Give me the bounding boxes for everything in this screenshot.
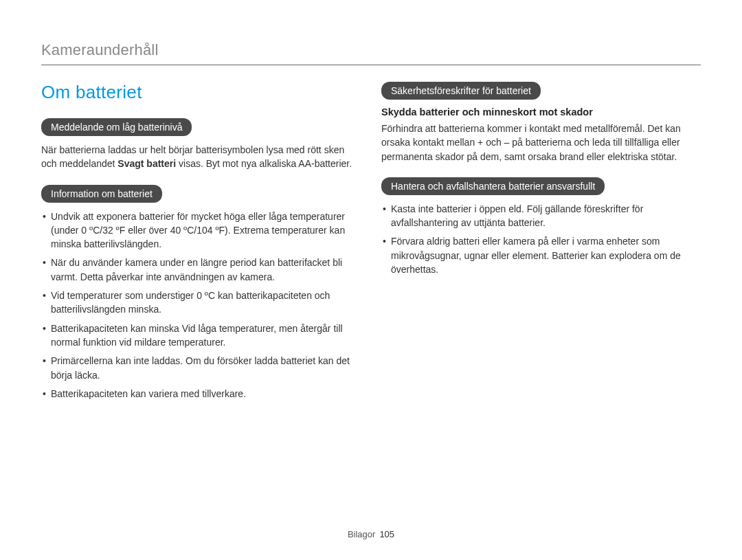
safety-subhead: Skydda batterier och minneskort mot skad…: [381, 107, 701, 117]
page-footer: Bilagor105: [0, 529, 742, 539]
right-column: Säkerhetsföreskrifter för batteriet Skyd…: [381, 82, 701, 413]
chapter-header: Kameraunderhåll: [41, 41, 701, 65]
para-text-bold: Svagt batteri: [117, 158, 176, 169]
chapter-title: Kameraunderhåll: [41, 41, 701, 59]
pill-information: Information om batteriet: [41, 185, 162, 203]
safety-paragraph: Förhindra att batterierna kommer i konta…: [381, 122, 701, 164]
subsection-low-battery: Meddelande om låg batterinivå När batter…: [41, 118, 361, 171]
content-columns: Om batteriet Meddelande om låg batterini…: [41, 82, 701, 413]
list-item: Vid temperaturer som understiger 0 ºC ka…: [41, 289, 361, 317]
footer-label: Bilagor: [348, 529, 375, 539]
list-item: Undvik att exponera batterier för mycket…: [41, 210, 361, 251]
subsection-battery-info: Information om batteriet Undvik att expo…: [41, 185, 361, 401]
section-title: Om batteriet: [41, 82, 361, 103]
list-item: Primärcellerna kan inte laddas. Om du fö…: [41, 354, 361, 382]
low-battery-paragraph: När batterierna laddas ur helt börjar ba…: [41, 143, 361, 171]
subsection-disposal: Hantera och avfallshantera batterier ans…: [381, 177, 701, 276]
left-column: Om batteriet Meddelande om låg batterini…: [41, 82, 361, 413]
para-text-post: visas. Byt mot nya alkaliska AA-batterie…: [176, 158, 352, 169]
battery-info-list: Undvik att exponera batterier för mycket…: [41, 210, 361, 401]
pill-safety: Säkerhetsföreskrifter för batteriet: [381, 82, 541, 100]
list-item: Kasta inte batterier i öppen eld. Följ g…: [381, 202, 701, 230]
list-item: Förvara aldrig batteri eller kamera på e…: [381, 234, 701, 276]
list-item: Batterikapaciteten kan minska Vid låga t…: [41, 322, 361, 350]
pill-disposal: Hantera och avfallshantera batterier ans…: [381, 177, 605, 195]
pill-meddelande: Meddelande om låg batterinivå: [41, 118, 192, 136]
page-container: Kameraunderhåll Om batteriet Meddelande …: [0, 0, 742, 413]
footer-page-number: 105: [379, 529, 394, 539]
list-item: När du använder kamera under en längre p…: [41, 256, 361, 284]
list-item: Batterikapaciteten kan variera med tillv…: [41, 387, 361, 401]
subsection-safety: Säkerhetsföreskrifter för batteriet Skyd…: [381, 82, 701, 164]
disposal-list: Kasta inte batterier i öppen eld. Följ g…: [381, 202, 701, 276]
